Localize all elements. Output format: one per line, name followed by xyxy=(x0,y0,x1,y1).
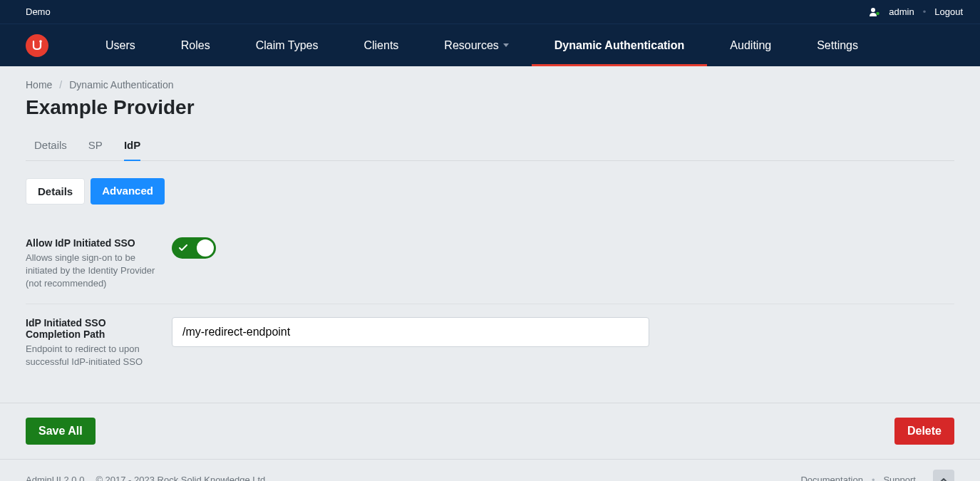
main-nav: Users Roles Claim Types Clients Resource… xyxy=(0,24,980,66)
svg-point-2 xyxy=(39,40,42,43)
check-icon xyxy=(179,243,187,254)
save-button[interactable]: Save All xyxy=(26,418,96,445)
breadcrumb: Home / Dynamic Authentication xyxy=(26,79,954,90)
page-header: Home / Dynamic Authentication Example Pr… xyxy=(0,66,980,161)
copyright: © 2017 - 2023 Rock Solid Knowledge Ltd xyxy=(96,475,265,481)
page-title: Example Provider xyxy=(26,96,954,119)
nav-claim-types[interactable]: Claim Types xyxy=(233,24,341,66)
allow-sso-toggle[interactable] xyxy=(172,237,216,259)
tab-idp[interactable]: IdP xyxy=(124,133,140,161)
toggle-knob xyxy=(197,239,214,257)
delete-button[interactable]: Delete xyxy=(894,418,954,445)
logo[interactable] xyxy=(26,34,48,57)
support-link[interactable]: Support xyxy=(883,475,916,481)
footer-sep: • xyxy=(872,475,875,481)
chevron-down-icon xyxy=(503,43,509,47)
footer: AdminUI 2.0.0 © 2017 - 2023 Rock Solid K… xyxy=(0,459,980,481)
setting-completion-path: IdP Initiated SSO Completion Path Endpoi… xyxy=(26,304,954,381)
completion-path-input[interactable] xyxy=(172,317,649,347)
nav-users[interactable]: Users xyxy=(83,24,158,66)
svg-point-1 xyxy=(876,11,880,15)
nav-dynamic-authentication[interactable]: Dynamic Authentication xyxy=(532,24,708,66)
content: Details Advanced Allow IdP Initiated SSO… xyxy=(0,161,980,403)
allow-sso-desc: Allows single sign-on to be initiated by… xyxy=(26,252,158,291)
subtab-advanced[interactable]: Advanced xyxy=(91,178,165,205)
breadcrumb-current: Dynamic Authentication xyxy=(69,79,173,90)
user-icon xyxy=(869,7,880,17)
separator: • xyxy=(923,6,927,17)
topbar: Demo admin • Logout xyxy=(0,0,980,24)
completion-path-title: IdP Initiated SSO Completion Path xyxy=(26,317,158,340)
tab-sp[interactable]: SP xyxy=(88,133,103,161)
logout-link[interactable]: Logout xyxy=(934,6,963,17)
action-bar: Save All Delete xyxy=(0,403,980,459)
sub-tabs: Details Advanced xyxy=(26,178,954,205)
subtab-details[interactable]: Details xyxy=(26,178,85,205)
completion-path-desc: Endpoint to redirect to upon successful … xyxy=(26,343,158,368)
chevron-up-icon xyxy=(939,477,948,481)
allow-sso-title: Allow IdP Initiated SSO xyxy=(26,237,158,249)
breadcrumb-home[interactable]: Home xyxy=(26,79,52,90)
svg-point-0 xyxy=(871,8,875,12)
nav-resources[interactable]: Resources xyxy=(421,24,531,66)
product-version: AdminUI 2.0.0 xyxy=(26,475,84,481)
breadcrumb-sep: / xyxy=(59,79,62,90)
nav-items: Users Roles Claim Types Clients Resource… xyxy=(83,24,881,66)
main-tabs: Details SP IdP xyxy=(26,133,954,161)
nav-roles[interactable]: Roles xyxy=(158,24,233,66)
setting-allow-sso: Allow IdP Initiated SSO Allows single si… xyxy=(26,224,954,304)
nav-clients[interactable]: Clients xyxy=(341,24,421,66)
nav-auditing[interactable]: Auditing xyxy=(707,24,794,66)
brand-link[interactable]: Demo xyxy=(26,6,51,17)
scroll-top-button[interactable] xyxy=(933,470,954,481)
tab-details[interactable]: Details xyxy=(34,133,67,161)
nav-settings[interactable]: Settings xyxy=(794,24,881,66)
user-link[interactable]: admin xyxy=(889,6,914,17)
documentation-link[interactable]: Documentation xyxy=(800,475,862,481)
